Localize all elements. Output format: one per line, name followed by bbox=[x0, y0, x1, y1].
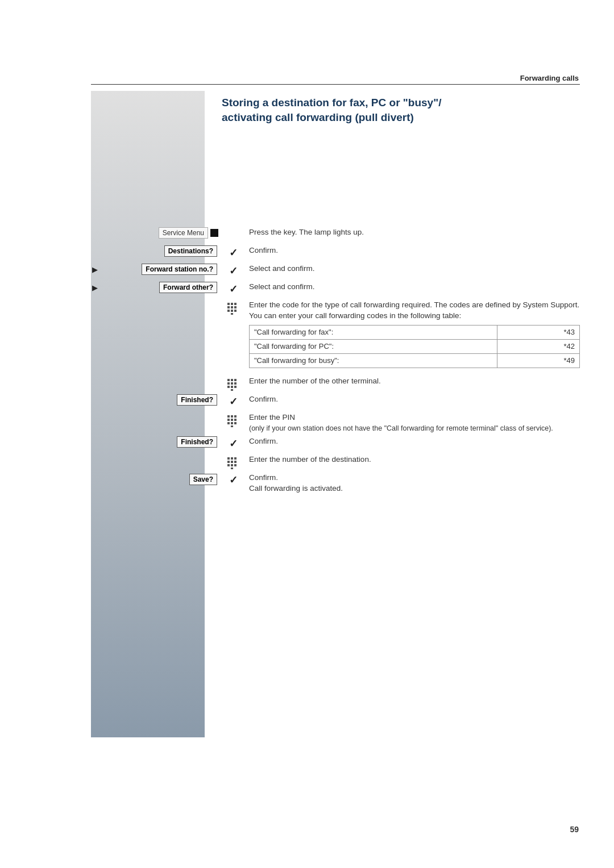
code-row-fax: "Call forwarding for fax": *43 bbox=[250, 325, 580, 339]
svg-rect-3 bbox=[227, 306, 230, 308]
icon-col-forward-other: ✓ bbox=[222, 282, 244, 295]
svg-rect-9 bbox=[231, 313, 233, 315]
code-table: "Call forwarding for fax": *43 "Call for… bbox=[249, 325, 580, 369]
right-text-enter-number: Enter the number of the other terminal. bbox=[244, 376, 580, 387]
svg-rect-15 bbox=[234, 382, 237, 385]
code-label-pc: "Call forwarding for PC": bbox=[250, 339, 497, 353]
row-save: Save? ✓ Confirm. Call forwarding is acti… bbox=[91, 473, 580, 494]
icon-col-service bbox=[222, 227, 244, 228]
checkmark-forward-station: ✓ bbox=[229, 265, 238, 277]
icon-col-enter-dest bbox=[222, 454, 244, 469]
row-forward-station: ▶ Forward station no.? ✓ Select and conf… bbox=[91, 264, 580, 279]
svg-rect-36 bbox=[227, 464, 230, 466]
save-box: Save? bbox=[189, 474, 217, 485]
svg-rect-1 bbox=[231, 303, 233, 305]
svg-rect-10 bbox=[227, 379, 230, 381]
right-text-enter-code: Enter the code for the type of call forw… bbox=[244, 300, 580, 373]
svg-rect-24 bbox=[231, 419, 233, 421]
destinations-box: Destinations? bbox=[164, 245, 217, 257]
right-text-destinations: Confirm. bbox=[244, 245, 580, 256]
svg-rect-0 bbox=[227, 303, 230, 305]
code-row-busy: "Call forwarding for busy": *49 bbox=[250, 354, 580, 368]
svg-rect-37 bbox=[231, 464, 233, 466]
code-label-busy: "Call forwarding for busy": bbox=[250, 354, 497, 368]
code-label-fax: "Call forwarding for fax": bbox=[250, 325, 497, 339]
icon-col-destinations: ✓ bbox=[222, 245, 244, 259]
icon-col-finished-2: ✓ bbox=[222, 436, 244, 450]
svg-rect-25 bbox=[234, 419, 237, 421]
code-value-fax: *43 bbox=[497, 325, 579, 339]
svg-rect-17 bbox=[231, 386, 233, 388]
row-destinations: Destinations? ✓ Confirm. bbox=[91, 245, 580, 261]
checkmark-finished-2: ✓ bbox=[229, 437, 238, 450]
checkmark-destinations: ✓ bbox=[229, 247, 238, 259]
header-rule bbox=[91, 84, 580, 85]
right-text-finished-2: Confirm. bbox=[244, 436, 580, 447]
svg-rect-23 bbox=[227, 419, 230, 421]
svg-rect-39 bbox=[231, 468, 233, 469]
svg-rect-20 bbox=[227, 415, 230, 418]
icon-col-enter-code bbox=[222, 300, 244, 315]
service-menu-box: Service Menu bbox=[159, 227, 208, 239]
svg-rect-16 bbox=[227, 386, 230, 388]
svg-rect-5 bbox=[234, 306, 237, 308]
svg-rect-6 bbox=[227, 310, 230, 312]
svg-rect-11 bbox=[231, 379, 233, 381]
svg-rect-33 bbox=[227, 461, 230, 463]
svg-rect-22 bbox=[234, 415, 237, 418]
section-label: Forwarding calls bbox=[520, 74, 579, 82]
forward-other-box: Forward other? bbox=[159, 282, 217, 293]
row-service-menu: Service Menu Press the key. The lamp lig… bbox=[91, 227, 580, 243]
svg-rect-31 bbox=[231, 457, 233, 460]
row-enter-pin: Enter the PIN (only if your own station … bbox=[91, 412, 580, 434]
keypad-icon-2 bbox=[227, 378, 239, 391]
icon-col-forward-station: ✓ bbox=[222, 264, 244, 277]
svg-rect-7 bbox=[231, 310, 233, 312]
row-forward-other: ▶ Forward other? ✓ Select and confirm. bbox=[91, 282, 580, 298]
checkmark-forward-other: ✓ bbox=[229, 283, 238, 295]
code-value-pc: *42 bbox=[497, 339, 579, 353]
keypad-icon-3 bbox=[227, 415, 239, 427]
right-text-finished-1: Confirm. bbox=[244, 394, 580, 405]
row-enter-destination: Enter the number of the destination. bbox=[91, 454, 580, 470]
icon-col-enter-pin bbox=[222, 412, 244, 427]
right-text-save: Confirm. Call forwarding is activated. bbox=[244, 473, 580, 494]
icon-col-enter-number bbox=[222, 376, 244, 391]
svg-rect-13 bbox=[227, 382, 230, 385]
icon-col-finished-1: ✓ bbox=[222, 394, 244, 408]
finished-1-box: Finished? bbox=[177, 394, 217, 406]
right-text-service: Press the key. The lamp lights up. bbox=[244, 227, 580, 238]
svg-rect-27 bbox=[231, 422, 233, 424]
arrow-forward-other: ▶ bbox=[92, 283, 98, 292]
checkmark-finished-1: ✓ bbox=[229, 395, 238, 408]
code-row-pc: "Call forwarding for PC": *42 bbox=[250, 339, 580, 353]
svg-rect-28 bbox=[234, 422, 237, 424]
svg-rect-12 bbox=[234, 379, 237, 381]
svg-rect-35 bbox=[234, 461, 237, 463]
svg-rect-19 bbox=[231, 389, 233, 391]
keypad-icon bbox=[227, 302, 239, 315]
svg-rect-2 bbox=[234, 303, 237, 305]
svg-rect-30 bbox=[227, 457, 230, 460]
row-enter-number: Enter the number of the other terminal. bbox=[91, 376, 580, 392]
svg-rect-8 bbox=[234, 310, 237, 312]
black-square bbox=[210, 229, 218, 237]
svg-rect-4 bbox=[231, 306, 233, 308]
pin-note: (only if your own station does not have … bbox=[249, 424, 553, 432]
keypad-icon-4 bbox=[227, 457, 239, 469]
right-text-enter-pin: Enter the PIN (only if your own station … bbox=[244, 412, 580, 434]
right-text-forward-other: Select and confirm. bbox=[244, 282, 580, 293]
svg-rect-32 bbox=[234, 457, 237, 460]
row-enter-code: Enter the code for the type of call forw… bbox=[91, 300, 580, 373]
svg-rect-29 bbox=[231, 425, 233, 427]
svg-rect-18 bbox=[234, 386, 237, 388]
svg-rect-34 bbox=[231, 461, 233, 463]
icon-col-save: ✓ bbox=[222, 473, 244, 486]
svg-rect-38 bbox=[234, 464, 237, 466]
svg-rect-26 bbox=[227, 422, 230, 424]
svg-rect-14 bbox=[231, 382, 233, 385]
code-value-busy: *49 bbox=[497, 354, 579, 368]
finished-2-box: Finished? bbox=[177, 436, 217, 448]
page-number: 59 bbox=[570, 825, 579, 834]
right-text-forward-station: Select and confirm. bbox=[244, 264, 580, 274]
